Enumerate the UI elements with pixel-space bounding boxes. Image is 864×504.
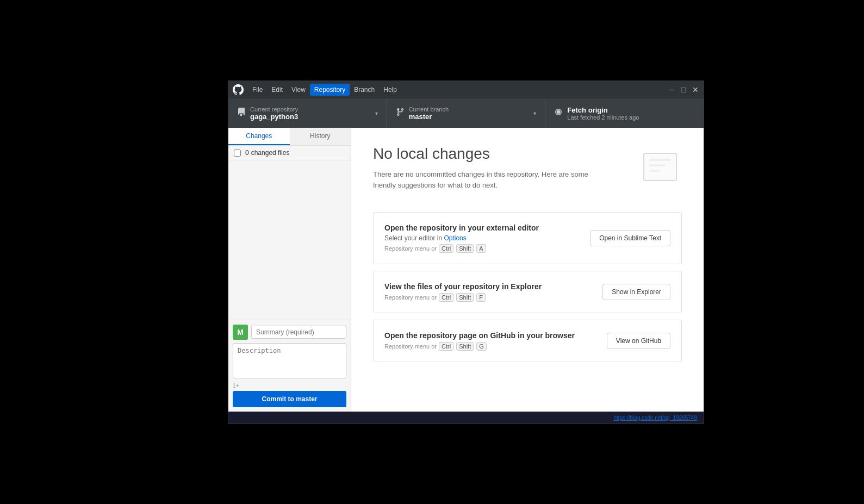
action-editor-shortcut: Repository menu or Ctrl Shift A xyxy=(384,244,590,253)
kbd-ctrl: Ctrl xyxy=(439,244,453,253)
tab-history[interactable]: History xyxy=(290,128,351,145)
no-changes-desc: There are no uncommitted changes in this… xyxy=(373,169,601,190)
kbd-shift: Shift xyxy=(456,244,474,253)
maximize-button[interactable]: □ xyxy=(680,86,687,94)
options-link[interactable]: Options xyxy=(444,234,466,242)
commit-summary-input[interactable] xyxy=(251,326,346,339)
fetch-origin-label: Fetch origin xyxy=(567,106,639,114)
svg-rect-1 xyxy=(649,159,671,161)
select-all-checkbox[interactable] xyxy=(234,150,241,157)
action-github-shortcut: Repository menu or Ctrl Shift G xyxy=(384,342,607,351)
svg-rect-2 xyxy=(649,164,666,166)
svg-rect-0 xyxy=(644,153,676,181)
current-branch-text: Current branch master xyxy=(409,106,449,121)
open-in-editor-button[interactable]: Open in Sublime Text xyxy=(590,230,670,246)
action-card-editor: Open the repository in your external edi… xyxy=(373,212,682,264)
commit-counter: 1+ xyxy=(233,383,346,389)
commit-avatar: M xyxy=(233,325,248,340)
close-button[interactable]: ✕ xyxy=(692,86,699,94)
menu-repository[interactable]: Repository xyxy=(310,84,350,96)
menu-bar: File Edit View Repository Branch Help ─ … xyxy=(228,81,704,98)
action-card-explorer-text: View the files of your repository in Exp… xyxy=(384,282,602,302)
no-changes-illustration xyxy=(638,145,682,189)
commit-header: M xyxy=(233,325,346,340)
kbd-shift3: Shift xyxy=(456,342,474,351)
github-logo-icon xyxy=(233,84,244,95)
current-branch-section[interactable]: Current branch master ▾ xyxy=(387,98,546,128)
changed-files-count: 0 xyxy=(245,149,249,157)
commit-area: M 1+ Commit to master xyxy=(228,320,351,412)
action-card-github: Open the repository page on GitHub in yo… xyxy=(373,320,682,362)
commit-button[interactable]: Commit to master xyxy=(233,391,346,407)
status-bar-url: https://blog.csdn.net/qq_19265749 xyxy=(614,415,697,421)
fetch-origin-section[interactable]: Fetch origin Last fetched 2 minutes ago xyxy=(545,98,704,128)
action-card-editor-text: Open the repository in your external edi… xyxy=(384,223,590,253)
no-changes-text: No local changes There are no uncommitte… xyxy=(373,145,627,190)
action-github-title: Open the repository page on GitHub in yo… xyxy=(384,331,607,340)
fetch-icon xyxy=(554,108,563,119)
main-content: Changes History 0 changed files M 1+ Com… xyxy=(228,128,704,412)
fetch-origin-text: Fetch origin Last fetched 2 minutes ago xyxy=(567,106,639,121)
commit-description-input[interactable] xyxy=(233,343,346,378)
repo-chevron-icon: ▾ xyxy=(375,110,378,116)
fetch-origin-sub: Last fetched 2 minutes ago xyxy=(567,114,639,121)
action-explorer-title: View the files of your repository in Exp… xyxy=(384,282,602,291)
action-editor-title: Open the repository in your external edi… xyxy=(384,223,590,232)
repo-icon xyxy=(237,108,246,119)
sidebar: Changes History 0 changed files M 1+ Com… xyxy=(228,128,351,412)
changed-files-row: 0 changed files xyxy=(228,146,351,160)
branch-icon xyxy=(396,108,405,119)
no-changes-section: No local changes There are no uncommitte… xyxy=(373,145,682,190)
menu-help[interactable]: Help xyxy=(379,84,401,96)
current-repo-value: gaga_python3 xyxy=(250,113,298,121)
current-branch-value: master xyxy=(409,113,449,121)
action-editor-sub: Select your editor in Options xyxy=(384,234,590,242)
app-window: File Edit View Repository Branch Help ─ … xyxy=(228,80,704,424)
menu-edit[interactable]: Edit xyxy=(267,84,287,96)
no-changes-title: No local changes xyxy=(373,145,627,163)
minimize-button[interactable]: ─ xyxy=(668,86,675,94)
sidebar-file-list xyxy=(228,160,351,320)
kbd-g: G xyxy=(476,342,487,351)
status-bar: https://blog.csdn.net/qq_19265749 xyxy=(228,412,704,424)
show-in-explorer-button[interactable]: Show in Explorer xyxy=(602,284,670,300)
kbd-f: F xyxy=(476,293,486,302)
view-on-github-button[interactable]: View on GitHub xyxy=(607,333,670,349)
action-card-github-text: Open the repository page on GitHub in yo… xyxy=(384,331,607,351)
sidebar-tabs: Changes History xyxy=(228,128,351,146)
current-repo-label: Current repository xyxy=(250,106,298,113)
right-panel: No local changes There are no uncommitte… xyxy=(351,128,704,412)
action-explorer-shortcut: Repository menu or Ctrl Shift F xyxy=(384,293,602,302)
menu-view[interactable]: View xyxy=(287,84,310,96)
current-branch-label: Current branch xyxy=(409,106,449,113)
tab-changes[interactable]: Changes xyxy=(228,128,290,145)
toolbar: Current repository gaga_python3 ▾ Curren… xyxy=(228,98,704,128)
kbd-shift2: Shift xyxy=(456,293,474,302)
action-card-explorer: View the files of your repository in Exp… xyxy=(373,271,682,313)
menu-branch[interactable]: Branch xyxy=(350,84,379,96)
menu-file[interactable]: File xyxy=(248,84,267,96)
kbd-ctrl3: Ctrl xyxy=(439,342,453,351)
changed-files-label: changed files xyxy=(251,149,290,157)
current-repo-section[interactable]: Current repository gaga_python3 ▾ xyxy=(228,98,387,128)
svg-rect-3 xyxy=(649,170,660,172)
kbd-ctrl2: Ctrl xyxy=(439,293,453,302)
kbd-a: A xyxy=(476,244,486,253)
current-repo-text: Current repository gaga_python3 xyxy=(250,106,298,121)
branch-chevron-icon: ▾ xyxy=(533,110,536,116)
